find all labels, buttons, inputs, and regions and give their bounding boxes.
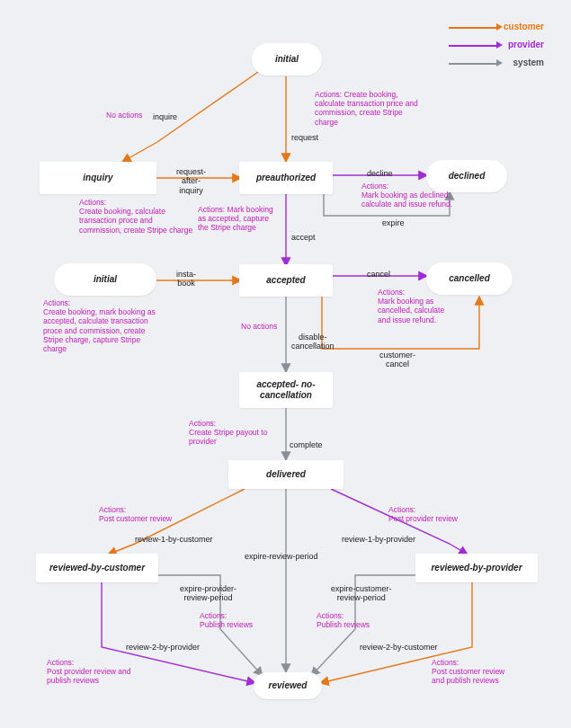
label-request: request	[291, 133, 318, 142]
edges-layer	[0, 0, 571, 728]
actions-complete: Actions: Create Stripe payout to provide…	[189, 419, 288, 447]
state-delivered: delivered	[228, 460, 343, 489]
state-reviewed: reviewed	[254, 672, 322, 699]
legend-system: system	[513, 58, 544, 67]
label-expire: expire	[382, 218, 405, 227]
label-accept: accept	[291, 233, 316, 242]
label-review-1-by-customer: review-1-by-customer	[135, 535, 213, 544]
label-insta-book: insta- book	[176, 270, 196, 289]
actions-insta-book: Actions: Create booking, mark booking as…	[43, 298, 178, 353]
actions-review-2-by-customer: Actions: Post customer review and publis…	[432, 658, 540, 686]
legend-system-line	[449, 63, 497, 65]
actions-publish-reviews-c: Actions: Publish reviews	[200, 611, 253, 629]
label-inquire: inquire	[153, 112, 177, 121]
legend-provider-line	[449, 45, 497, 47]
actions-review-2-by-provider: Actions: Post provider review and publis…	[47, 658, 155, 686]
actions-review-1-by-provider: Actions: Post provider review	[388, 505, 487, 523]
label-review-1-by-provider: review-1-by-provider	[342, 535, 415, 544]
legend-provider: provider	[508, 40, 544, 49]
actions-decline: Actions: Mark booking as declined, calcu…	[361, 182, 478, 209]
legend-provider-arrow	[496, 41, 503, 49]
state-diagram: { "colors": { "customer": "#e77817", "pr…	[0, 0, 571, 728]
state-reviewed-by-customer: reviewed-by-customer	[36, 554, 158, 582]
note-no-actions-2: No actions	[241, 322, 277, 331]
actions-publish-reviews-p: Actions: Publish reviews	[317, 611, 370, 629]
label-review-2-by-customer: review-2-by-customer	[360, 643, 438, 652]
label-expire-provider-review-period: expire-provider- review-period	[180, 584, 236, 603]
label-customer-cancel: customer- cancel	[379, 351, 415, 369]
state-reviewed-by-provider: reviewed-by-provider	[415, 554, 538, 582]
actions-cancel: Actions: Mark booking as cancelled, calc…	[378, 288, 477, 324]
actions-accept: Actions: Mark booking as accepted, captu…	[198, 205, 288, 233]
label-review-2-by-provider: review-2-by-provider	[126, 643, 200, 652]
label-request-after-inquiry: request- after- inquiry	[176, 167, 206, 195]
label-cancel: cancel	[367, 270, 390, 279]
state-preauthorized: preauthorized	[239, 162, 333, 194]
legend-customer-arrow	[496, 23, 503, 31]
label-decline: decline	[367, 169, 393, 178]
actions-review-1-by-customer: Actions: Post customer review	[99, 505, 198, 523]
note-no-actions-1: No actions	[106, 111, 142, 120]
state-accepted-no-cancellation: accepted- no-cancellation	[239, 372, 333, 408]
label-complete: complete	[290, 440, 323, 449]
actions-request: Actions: Create booking, calculate trans…	[315, 90, 441, 127]
state-initial-1: initial	[252, 43, 322, 75]
state-initial-2: initial	[54, 263, 156, 296]
label-expire-customer-review-period: expire-customer- review-period	[331, 584, 392, 603]
legend-customer-line	[449, 27, 497, 29]
label-expire-review-period: expire-review-period	[245, 552, 318, 561]
actions-request-after-inquiry: Actions: Create booking, calculate trans…	[79, 198, 205, 235]
legend-system-arrow	[496, 59, 503, 67]
state-accepted: accepted	[239, 264, 333, 297]
state-inquiry: inquiry	[40, 162, 156, 194]
label-disable-cancellation: disable- cancellation	[291, 333, 335, 351]
legend-customer: customer	[504, 22, 544, 31]
